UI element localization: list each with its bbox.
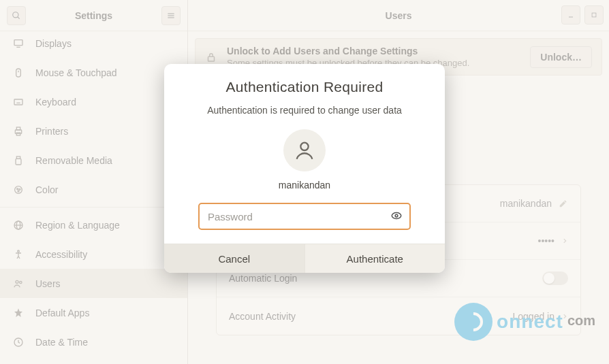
svg-point-38 [395, 214, 398, 217]
dialog-message: Authentication is required to change use… [207, 105, 402, 116]
password-input[interactable] [198, 203, 411, 230]
dialog-actions: Cancel Authenticate [164, 244, 445, 273]
avatar-icon [293, 139, 316, 162]
auth-dialog: Authentication Required Authentication i… [164, 64, 445, 273]
reveal-password-icon[interactable] [390, 210, 403, 222]
authenticate-button[interactable]: Authenticate [305, 244, 446, 273]
app-root: Settings Displays Mouse & Touchpad Keybo… [0, 0, 609, 364]
svg-point-36 [300, 143, 308, 150]
avatar [283, 129, 326, 171]
svg-point-37 [392, 213, 401, 219]
cancel-button[interactable]: Cancel [164, 244, 305, 273]
modal-overlay: Authentication Required Authentication i… [0, 0, 609, 364]
dialog-title: Authentication Required [225, 79, 383, 95]
dialog-username: manikandan [279, 180, 330, 191]
